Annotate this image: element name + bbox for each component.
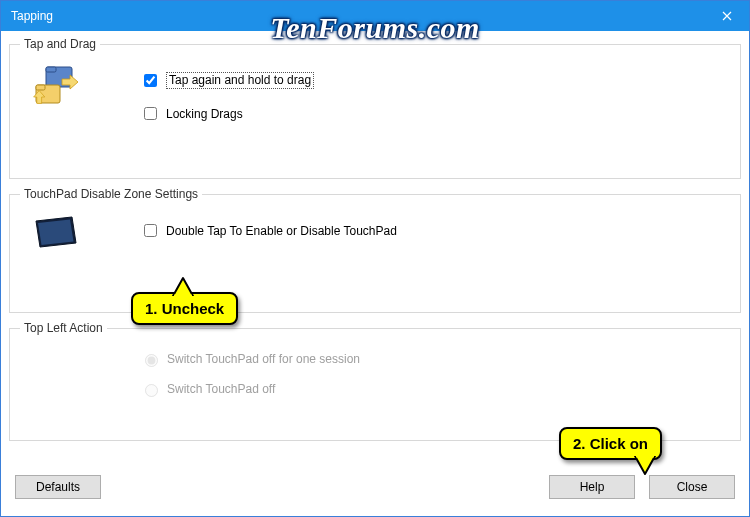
checkbox-double-tap-toggle[interactable] (144, 224, 157, 237)
tap-drag-icon (32, 65, 82, 111)
defaults-button[interactable]: Defaults (15, 475, 101, 499)
radio-switch-off-session (145, 354, 158, 367)
label-switch-off: Switch TouchPad off (167, 382, 275, 396)
callout-text: 1. Uncheck (145, 300, 224, 317)
option-double-tap-toggle[interactable]: Double Tap To Enable or Disable TouchPad (140, 221, 730, 240)
svg-rect-1 (46, 67, 56, 72)
window-close-button[interactable] (704, 1, 749, 31)
title-bar: Tapping (1, 1, 749, 31)
callout-tail-icon (633, 456, 657, 476)
group-disable-zone: TouchPad Disable Zone Settings Double Ta… (9, 187, 741, 313)
dialog-content: Tap and Drag Tap again and hold to drag (1, 31, 749, 457)
group-legend: Top Left Action (20, 321, 107, 335)
group-legend: Tap and Drag (20, 37, 100, 51)
label-switch-off-session: Switch TouchPad off for one session (167, 352, 360, 366)
checkbox-tap-again-hold[interactable] (144, 74, 157, 87)
callout-text: 2. Click on (573, 435, 648, 452)
callout-uncheck: 1. Uncheck (131, 292, 238, 325)
close-icon (722, 11, 732, 21)
group-legend: TouchPad Disable Zone Settings (20, 187, 202, 201)
label-double-tap-toggle: Double Tap To Enable or Disable TouchPad (166, 224, 397, 238)
touchpad-icon (32, 215, 80, 251)
option-switch-off: Switch TouchPad off (140, 381, 730, 397)
label-tap-again-hold: Tap again and hold to drag (166, 72, 314, 89)
callout-tail-icon (171, 276, 195, 296)
option-switch-off-session: Switch TouchPad off for one session (140, 351, 730, 367)
help-button[interactable]: Help (549, 475, 635, 499)
close-button[interactable]: Close (649, 475, 735, 499)
window-title: Tapping (11, 9, 53, 23)
label-locking-drags: Locking Drags (166, 107, 243, 121)
option-locking-drags[interactable]: Locking Drags (140, 104, 730, 123)
callout-click-on: 2. Click on (559, 427, 662, 460)
option-tap-again-hold[interactable]: Tap again and hold to drag (140, 71, 730, 90)
svg-rect-3 (36, 85, 45, 90)
group-top-left-action: Top Left Action Switch TouchPad off for … (9, 321, 741, 441)
checkbox-locking-drags[interactable] (144, 107, 157, 120)
group-tap-and-drag: Tap and Drag Tap again and hold to drag (9, 37, 741, 179)
radio-switch-off (145, 384, 158, 397)
